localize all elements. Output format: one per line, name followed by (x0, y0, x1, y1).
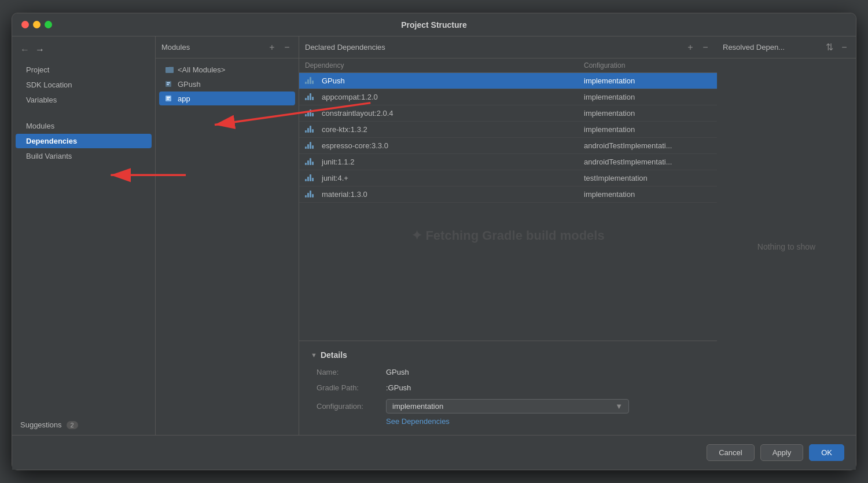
svg-rect-3 (167, 84, 169, 85)
modules-panel-title: Modules (161, 43, 263, 52)
dep-config-constraintlayout: implementation (584, 109, 711, 118)
dep-icon-appcompat (305, 92, 317, 102)
dep-name-material: material:1.3.0 (322, 190, 584, 199)
svg-rect-5 (167, 97, 170, 98)
sidebar-item-sdk-location[interactable]: SDK Location (16, 78, 152, 92)
module-icon (165, 79, 174, 89)
details-row-gradle-path: Gradle Path: :GPush (317, 383, 705, 392)
sidebar-item-variables[interactable]: Variables (16, 93, 152, 107)
resolved-panel-title: Resolved Depen... (723, 43, 820, 52)
dep-name-junit112: junit:1.1.2 (322, 158, 584, 166)
sidebar-group-top: Project SDK Location Variables (12, 61, 155, 109)
module-item-gpush[interactable]: GPush (159, 77, 295, 91)
dep-config-appcompat: implementation (584, 93, 711, 101)
dep-row-material[interactable]: material:1.3.0 implementation (299, 186, 717, 203)
declared-panel-header: Declared Dependencies + − (299, 36, 717, 58)
minimize-button[interactable] (33, 21, 41, 28)
dep-col-dep-header: Dependency (305, 61, 584, 69)
details-title: Details (321, 350, 347, 360)
dep-name-core-ktx: core-ktx:1.3.2 (322, 125, 584, 134)
dep-row-gpush[interactable]: GPush implementation (299, 73, 717, 89)
main-content: ← → Project SDK Location Variables Modul… (12, 36, 856, 435)
resolved-panel: Resolved Depen... ⇅ − Nothing to show (717, 36, 856, 435)
dep-row-junit4[interactable]: junit:4.+ testImplementation (299, 170, 717, 186)
dep-name-constraintlayout: constraintlayout:2.0.4 (322, 109, 584, 118)
sidebar: ← → Project SDK Location Variables Modul… (12, 36, 156, 435)
details-toggle[interactable]: ▼ Details (311, 350, 705, 360)
close-button[interactable] (21, 21, 29, 28)
details-gradle-path-label: Gradle Path: (317, 383, 386, 392)
dep-row-appcompat[interactable]: appcompat:1.2.0 implementation (299, 89, 717, 105)
modules-add-button[interactable]: + (266, 42, 278, 53)
sidebar-item-project[interactable]: Project (16, 63, 152, 77)
resolved-settings-button[interactable]: ⇅ (823, 42, 835, 53)
details-row-configuration: Configuration: implementation ▼ (317, 399, 705, 414)
nav-back-forward: ← → (12, 42, 155, 61)
title-bar: Project Structure (12, 13, 856, 36)
declared-panel-title: Declared Dependencies (305, 43, 681, 52)
configuration-dropdown[interactable]: implementation ▼ (386, 399, 629, 414)
sidebar-bottom: Suggestions 2 (12, 415, 155, 435)
dep-table-header: Dependency Configuration (299, 58, 717, 73)
resolved-panel-header: Resolved Depen... ⇅ − (717, 36, 856, 58)
dep-config-junit112: androidTestImplementati... (584, 158, 711, 166)
details-section: ▼ Details Name: GPush Gradle Path: :GPus… (299, 341, 717, 435)
project-structure-dialog: Project Structure ← → Project SDK Locati… (12, 13, 856, 470)
svg-rect-6 (167, 98, 169, 100)
dep-remove-button[interactable]: − (700, 42, 711, 53)
maximize-button[interactable] (45, 21, 52, 28)
details-name-label: Name: (317, 368, 386, 376)
modules-panel-header: Modules + − (156, 36, 299, 58)
details-row-name: Name: GPush (317, 368, 705, 376)
dep-icon-gpush (305, 76, 317, 86)
dep-row-junit112[interactable]: junit:1.1.2 androidTestImplementati... (299, 154, 717, 170)
see-dependencies-link[interactable]: See Dependencies (311, 417, 450, 426)
dep-config-core-ktx: implementation (584, 125, 711, 134)
apply-button[interactable]: Apply (760, 444, 804, 461)
app-icon (165, 94, 174, 103)
details-name-value: GPush (386, 368, 409, 376)
dep-icon-core-ktx (305, 125, 317, 134)
dep-icon-junit112 (305, 157, 317, 167)
modules-panel: Modules + − <All Modules> (156, 36, 299, 435)
dep-config-junit4: testImplementation (584, 174, 711, 182)
nothing-to-show: Nothing to show (717, 58, 856, 435)
dep-row-core-ktx[interactable]: core-ktx:1.3.2 implementation (299, 122, 717, 138)
all-modules-label: <All Modules> (178, 65, 225, 74)
dep-name-appcompat: appcompat:1.2.0 (322, 93, 584, 101)
module-list: <All Modules> GPush (156, 58, 299, 435)
suggestions-label: Suggestions (20, 420, 62, 429)
dep-add-button[interactable]: + (685, 42, 696, 53)
dep-row-espresso-core[interactable]: espresso-core:3.3.0 androidTestImplement… (299, 138, 717, 154)
declared-panel: Declared Dependencies + − Dependency Con… (299, 36, 717, 435)
dep-name-junit4: junit:4.+ (322, 174, 584, 182)
folder-icon (165, 65, 174, 74)
resolved-minimize-button[interactable]: − (838, 42, 850, 53)
dep-icon-junit4 (305, 173, 317, 183)
sidebar-item-dependencies[interactable]: Dependencies (16, 134, 152, 148)
modules-remove-button[interactable]: − (281, 42, 293, 53)
dep-icon-espresso-core (305, 141, 317, 151)
sidebar-group-bottom: Modules Dependencies Build Variants (12, 117, 155, 165)
dep-col-config-header: Configuration (584, 61, 711, 69)
config-dropdown-value: implementation (392, 402, 615, 411)
forward-button[interactable]: → (35, 45, 45, 55)
details-fields: Name: GPush Gradle Path: :GPush Configur… (311, 368, 705, 414)
dep-config-espresso-core: androidTestImplementati... (584, 141, 711, 150)
gpush-module-label: GPush (178, 80, 201, 89)
module-item-app[interactable]: app (159, 92, 295, 105)
suggestions-badge: 2 (67, 421, 78, 429)
dep-row-constraintlayout[interactable]: constraintlayout:2.0.4 implementation (299, 105, 717, 122)
details-chevron-icon: ▼ (311, 352, 317, 358)
details-gradle-path-value: :GPush (386, 383, 411, 392)
back-button[interactable]: ← (20, 45, 30, 55)
module-item-all[interactable]: <All Modules> (159, 63, 295, 76)
dep-name-gpush: GPush (322, 76, 584, 85)
sidebar-item-build-variants[interactable]: Build Variants (16, 149, 152, 163)
traffic-lights (21, 21, 52, 28)
cancel-button[interactable]: Cancel (707, 444, 754, 461)
dep-config-gpush: implementation (584, 76, 711, 85)
sidebar-item-modules[interactable]: Modules (16, 119, 152, 133)
bottom-bar: Cancel Apply OK (12, 435, 856, 470)
ok-button[interactable]: OK (809, 444, 844, 461)
